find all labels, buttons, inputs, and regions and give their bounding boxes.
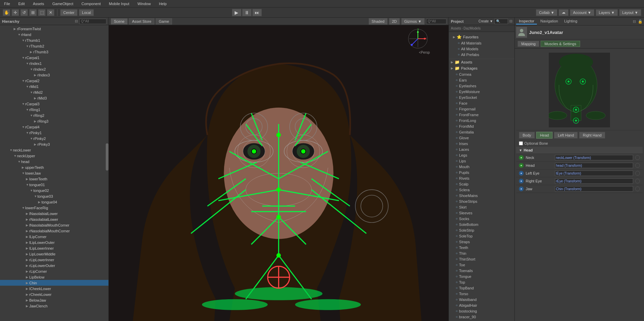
- project-item-soletop[interactable]: ○ SoleTop: [449, 233, 514, 239]
- project-item-cornea[interactable]: ○ Cornea: [449, 71, 514, 77]
- hierarchy-item-rmid1[interactable]: ▼rMid1: [0, 84, 108, 89]
- hierarchy-item-belowjaw[interactable]: ▶BelowJaw: [0, 297, 108, 303]
- hierarchy-item-chin[interactable]: ▶Chin: [0, 280, 108, 286]
- hierarchy-item-tongue03[interactable]: ▼tongue03: [0, 193, 108, 199]
- hierarchy-item-rhand[interactable]: ▼rHand: [0, 32, 108, 37]
- step-button[interactable]: ⏭: [252, 9, 262, 16]
- project-item-genesis8f[interactable]: ○ Genesis8F: [449, 320, 514, 321]
- hierarchy-item-neckupper[interactable]: ▼neckUpper: [0, 153, 108, 159]
- btn-head[interactable]: Head: [536, 132, 553, 139]
- hierarchy-item-rindex3[interactable]: ▶rIndex3: [0, 72, 108, 78]
- neck-circle[interactable]: [635, 155, 640, 160]
- menu-file[interactable]: File: [3, 1, 12, 6]
- head-circle[interactable]: [635, 163, 640, 168]
- hierarchy-item-llipcorner[interactable]: ▶lLipCorner: [0, 234, 108, 239]
- project-item-socks[interactable]: ○ Socks: [449, 216, 514, 221]
- project-create-btn[interactable]: Create ▼: [478, 19, 493, 23]
- hierarchy-item-lnasolabiallower[interactable]: ▶lNasolabialLower: [0, 211, 108, 216]
- project-item-glove[interactable]: ○ Glove: [449, 135, 514, 141]
- project-item-sleeves[interactable]: ○ Sleeves: [449, 210, 514, 216]
- hierarchy-item-rnasolabialmouthcorner[interactable]: ▶rNasolabialMouthCorner: [0, 228, 108, 234]
- tab-muscles-settings[interactable]: Muscles & Settings: [541, 41, 580, 47]
- scene-gizmo[interactable]: Y X: [408, 29, 428, 49]
- fav-all-prefabs[interactable]: ○ All Prefabs: [451, 52, 512, 57]
- project-item-thin[interactable]: ○ Thin: [449, 250, 514, 256]
- project-item-waistband[interactable]: ○ Waistband: [449, 297, 514, 302]
- hierarchy-item-tongue01[interactable]: ▼tongue01: [0, 182, 108, 188]
- account-button[interactable]: Account ▼: [570, 9, 594, 16]
- top-tab-inspector[interactable]: Inspector: [516, 18, 537, 24]
- right-eye-circle[interactable]: [635, 179, 640, 183]
- tab-mapping[interactable]: Mapping: [518, 41, 539, 47]
- tool-move[interactable]: ✛: [12, 9, 19, 16]
- hierarchy-item-rthumb2[interactable]: ▼rThumb2: [0, 43, 108, 49]
- head-bone-value[interactable]: head (Transform): [555, 163, 633, 168]
- project-item-rivets[interactable]: ○ Rivets: [449, 175, 514, 181]
- scene-gizmos-btn[interactable]: Gizmos ▼: [401, 18, 425, 25]
- menu-component[interactable]: Component: [80, 1, 102, 6]
- project-item-pupils[interactable]: ○ Pupils: [449, 170, 514, 175]
- tool-rect[interactable]: ⬚: [38, 9, 46, 16]
- hierarchy-item-tongue02[interactable]: ▼tongue02: [0, 188, 108, 193]
- hierarchy-item-lowerfacerig[interactable]: ▼lowerFaceRig: [0, 205, 108, 211]
- menu-gameobject[interactable]: GameObject: [51, 1, 75, 6]
- hierarchy-item-rliplowerouter[interactable]: ▶rLipLowerOuter: [0, 263, 108, 268]
- project-item-fingernail[interactable]: ○ Fingernail: [449, 106, 514, 112]
- project-item-straps[interactable]: ○ Straps: [449, 239, 514, 245]
- project-item-thinshort[interactable]: ○ ThinShort: [449, 256, 514, 262]
- tool-scale[interactable]: ⊞: [29, 9, 37, 16]
- project-item-torso[interactable]: ○ Torso: [449, 291, 514, 297]
- top-tab-lighting[interactable]: Lighting: [561, 18, 580, 24]
- top-tab-navigation[interactable]: Navigation: [538, 18, 561, 24]
- hierarchy-item-rring1[interactable]: ▼rRing1: [0, 107, 108, 112]
- tab-scene[interactable]: Scene: [111, 18, 128, 24]
- cloud-button[interactable]: ☁: [559, 9, 569, 16]
- tool-hand[interactable]: ✋: [3, 9, 10, 16]
- project-item-tongue[interactable]: ○ Tongue: [449, 273, 514, 279]
- project-item-genitalia[interactable]: ○ Genitalia: [449, 129, 514, 135]
- layout-button[interactable]: Layout ▼: [619, 9, 641, 16]
- hierarchy-item-rpinky2[interactable]: ▼rPinky2: [0, 136, 108, 141]
- project-item-solebottom[interactable]: ○ SoleBottom: [449, 221, 514, 227]
- project-item-toe[interactable]: ○ Toe: [449, 262, 514, 268]
- fav-all-models[interactable]: ○ All Models: [451, 46, 512, 52]
- breadcrumb-assets[interactable]: Assets: [451, 26, 461, 30]
- menu-edit[interactable]: Edit: [17, 1, 26, 6]
- hierarchy-item-rmid2[interactable]: ▼rMid2: [0, 89, 108, 95]
- packages-folder[interactable]: ▶ 📁 Packages: [449, 65, 514, 71]
- inspector-lock-icon[interactable]: 🔒: [638, 19, 643, 24]
- head-section-header[interactable]: ▼ Head: [516, 147, 643, 154]
- project-item-legs[interactable]: ○ Legs: [449, 152, 514, 158]
- hierarchy-pin-icon[interactable]: ⊟: [75, 19, 78, 23]
- project-item-teeth[interactable]: ○ Teeth: [449, 245, 514, 250]
- jaw-circle[interactable]: [635, 186, 640, 191]
- hierarchy-item-lowerteeth[interactable]: ▶lowerTeeth: [0, 176, 108, 182]
- tool-rotate[interactable]: ↺: [20, 9, 28, 16]
- project-item-eyemoisture[interactable]: ○ EyeMoisture: [449, 89, 514, 94]
- project-item-ears[interactable]: ○ Ears: [449, 77, 514, 83]
- hierarchy-item-necklower[interactable]: ▼neckLower: [0, 147, 108, 153]
- project-item-bracer-90[interactable]: ○ bracer_90: [449, 314, 514, 320]
- hierarchy-item-rthumb1[interactable]: ▼rThumb1: [0, 37, 108, 43]
- favorites-folder[interactable]: ▶ ⭐ Favorites: [451, 34, 512, 40]
- hierarchy-item-tongue04[interactable]: ▶tongue04: [0, 199, 108, 205]
- hierarchy-item-rcarpal2[interactable]: ▼rCarpal2: [0, 78, 108, 84]
- project-item-topband[interactable]: ○ TopBand: [449, 285, 514, 291]
- btn-left-hand[interactable]: Left Hand: [554, 132, 578, 139]
- hierarchy-item-lliplowerinner[interactable]: ▶lLipLowerInner: [0, 245, 108, 251]
- hierarchy-item-rcarpal4[interactable]: ▼rCarpal4: [0, 124, 108, 130]
- scene-shading-btn[interactable]: Shaded: [369, 18, 388, 25]
- project-item-frontlong[interactable]: ○ FrontLong: [449, 118, 514, 123]
- hierarchy-item-rthumb3[interactable]: ▶rThumb3: [0, 49, 108, 55]
- menu-mobileinput[interactable]: Mobile Input: [107, 1, 131, 6]
- tool-transform[interactable]: ✕: [47, 9, 54, 16]
- fav-all-materials[interactable]: ○ All Materials: [451, 40, 512, 46]
- hierarchy-item-rpinky3[interactable]: ▶rPinky3: [0, 141, 108, 147]
- menu-window[interactable]: Window: [136, 1, 152, 6]
- hierarchy-scrollbar[interactable]: [106, 143, 108, 171]
- project-item-top[interactable]: ○ Top: [449, 279, 514, 285]
- assets-folder[interactable]: ▶ 📁 Assets: [449, 59, 514, 65]
- inspector-pin-icon[interactable]: ⊟: [633, 19, 636, 24]
- project-item-frontframe[interactable]: ○ FrontFrame: [449, 112, 514, 118]
- hierarchy-search[interactable]: [79, 19, 106, 24]
